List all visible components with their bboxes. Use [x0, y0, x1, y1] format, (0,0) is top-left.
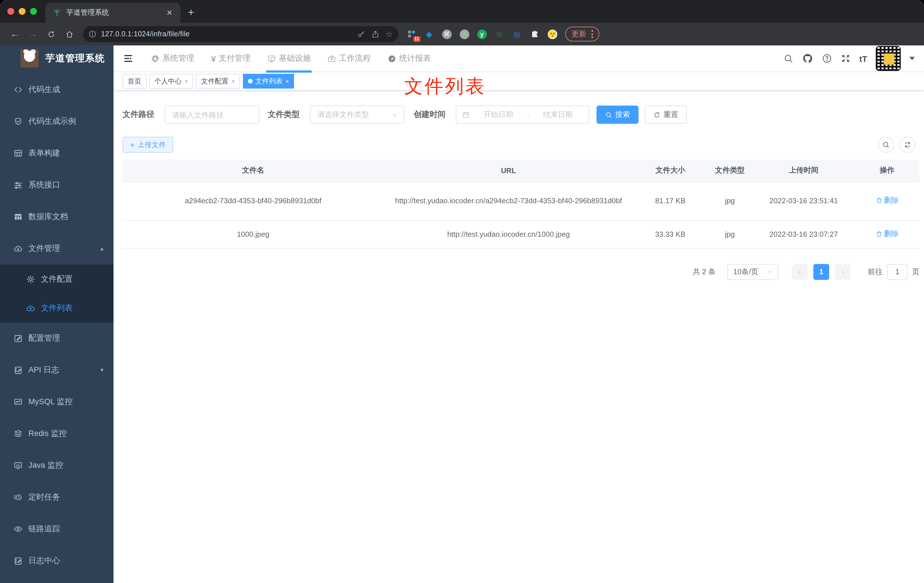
refresh-button[interactable] — [899, 137, 916, 153]
password-key-icon[interactable] — [357, 30, 366, 38]
extension-y-icon[interactable]: y — [477, 29, 487, 39]
end-date-placeholder[interactable]: 结束日期 — [533, 109, 583, 120]
goto-label: 前往 — [868, 266, 883, 277]
sidebar-menu: 代码生成 代码生成示例 表单构建 系统接口 数据库文档 — [0, 74, 114, 577]
top-menu-system[interactable]: 系统管理 — [151, 45, 194, 71]
window-minimize-button[interactable] — [19, 8, 26, 15]
form-grid-icon — [13, 149, 23, 158]
search-icon[interactable] — [783, 53, 794, 64]
sidebar-fold-icon[interactable] — [123, 53, 134, 64]
tag-file-config[interactable]: 文件配置 × — [196, 74, 240, 89]
site-info-icon[interactable] — [89, 30, 96, 38]
sidebar-item-config-manage[interactable]: 配置管理 — [0, 322, 114, 354]
extension-kite-icon[interactable]: ◆ — [424, 29, 434, 39]
sidebar-logo[interactable]: 芋道管理系统 — [0, 45, 114, 71]
next-page-button[interactable]: › — [835, 264, 851, 279]
extension-dot-icon[interactable] — [459, 29, 469, 39]
delete-button[interactable]: 删除 — [876, 194, 899, 206]
tag-home[interactable]: 首页 — [122, 74, 147, 89]
sidebar-item-file-manage[interactable]: 文件管理 ▲ — [0, 233, 114, 264]
font-size-icon[interactable]: tT — [859, 54, 867, 63]
sidebar-item-log-center[interactable]: 日志中心 — [0, 545, 114, 577]
bookmark-star-icon[interactable]: ☆ — [386, 30, 393, 39]
sidebar-item-api-log[interactable]: API 日志 ▼ — [0, 354, 114, 386]
top-menu-payment[interactable]: ¥ 支付管理 — [211, 45, 251, 71]
url-text[interactable]: 127.0.0.1:1024/infra/file/file — [101, 30, 351, 38]
file-path-input[interactable] — [165, 106, 259, 124]
sidebar-item-java-monitor[interactable]: Java 监控 — [0, 449, 114, 481]
date-range-picker[interactable]: 开始日期 - 结束日期 — [456, 106, 589, 124]
sidebar-item-code-generate[interactable]: 代码生成 — [0, 74, 114, 106]
table-header-row: 文件名 URL 文件大小 文件类型 上传时间 操作 — [122, 160, 919, 182]
goto-page-input[interactable] — [887, 264, 908, 279]
sidebar-item-form-builder[interactable]: 表单构建 — [0, 137, 114, 169]
address-bar[interactable]: 127.0.0.1:1024/infra/file/file ☆ — [83, 26, 398, 42]
close-icon[interactable]: × — [285, 78, 289, 84]
update-label: 更新 — [571, 29, 586, 39]
page-content: 文件路径 文件类型 请选择文件类型 创建时间 开始日期 - 结束日期 — [114, 91, 924, 583]
extension-eye-icon[interactable]: ◎ — [512, 29, 522, 39]
window-close-button[interactable] — [7, 8, 14, 15]
sidebar-item-db-doc[interactable]: 数据库文档 — [0, 201, 114, 233]
browser-tab[interactable]: 芋道管理系统 ✕ — [45, 3, 180, 23]
extension-star-icon[interactable]: ☆ — [494, 29, 505, 39]
extension-grid-icon[interactable]: 11 — [406, 29, 417, 39]
share-icon[interactable] — [371, 30, 380, 38]
file-table: 文件名 URL 文件大小 文件类型 上传时间 操作 a294ecb2-73dd-… — [122, 160, 919, 248]
tag-profile[interactable]: 个人中心 × — [149, 74, 193, 89]
sidebar-item-scheduled-task[interactable]: 定时任务 — [0, 481, 114, 513]
reload-icon[interactable] — [44, 30, 58, 38]
tag-file-list[interactable]: 文件列表 × — [243, 74, 294, 89]
page-size-select[interactable]: 10条/页 — [727, 264, 778, 279]
top-menu-report[interactable]: 统计报表 — [388, 45, 431, 71]
search-button[interactable]: 搜索 — [597, 106, 639, 124]
new-tab-button[interactable]: + — [188, 6, 194, 19]
close-icon[interactable]: × — [231, 78, 235, 84]
gear-icon — [151, 54, 160, 63]
file-type-select[interactable]: 请选择文件类型 — [310, 106, 404, 124]
browser-menu-icon[interactable] — [591, 30, 593, 38]
sliders-icon — [13, 180, 23, 190]
extensions-area: 11 ◆ ⌘ y ☆ ◎ — [406, 29, 557, 39]
window-zoom-button[interactable] — [30, 8, 37, 15]
chevron-down-icon: ▼ — [99, 367, 104, 373]
github-icon[interactable] — [802, 53, 813, 64]
extension-emoji-icon[interactable] — [547, 29, 557, 39]
sidebar-item-redis-monitor[interactable]: Redis 监控 — [0, 418, 114, 449]
table-toolbar: + 上传文件 — [122, 137, 919, 153]
col-upload-time: 上传时间 — [752, 160, 855, 182]
top-menu-workflow[interactable]: 工作流程 — [328, 45, 371, 71]
prev-page-button[interactable]: ‹ — [792, 264, 808, 279]
tab-close-icon[interactable]: ✕ — [164, 8, 175, 17]
sidebar-item-system-api[interactable]: 系统接口 — [0, 169, 114, 201]
top-menu-infra[interactable]: 基础设施 — [267, 45, 311, 71]
sidebar-item-mysql-monitor[interactable]: MySQL 监控 — [0, 386, 114, 418]
gauge-icon — [388, 54, 396, 63]
page-1-button[interactable]: 1 — [813, 264, 829, 279]
forward-icon[interactable]: → — [26, 29, 40, 39]
close-icon[interactable]: × — [185, 78, 188, 84]
reset-button[interactable]: 重置 — [645, 106, 687, 124]
home-icon[interactable] — [62, 30, 77, 38]
extension-command-icon[interactable]: ⌘ — [442, 29, 452, 39]
sidebar-item-file-config[interactable]: 文件配置 — [0, 264, 114, 294]
edit-square-icon — [13, 334, 23, 343]
upload-file-button[interactable]: + 上传文件 — [122, 137, 173, 153]
code-icon — [13, 85, 23, 94]
caret-down-icon[interactable] — [909, 57, 915, 60]
avatar[interactable] — [876, 46, 901, 71]
help-icon[interactable] — [822, 53, 832, 64]
delete-button[interactable]: 删除 — [876, 227, 899, 240]
sidebar-item-file-list[interactable]: 文件列表 — [0, 294, 114, 322]
start-date-placeholder[interactable]: 开始日期 — [474, 109, 523, 120]
browser-update-button[interactable]: 更新 — [565, 27, 599, 41]
fullscreen-icon[interactable] — [841, 53, 851, 64]
extension-puzzle-icon[interactable] — [530, 29, 540, 39]
sidebar-item-trace[interactable]: 链路追踪 — [0, 513, 114, 545]
search-toggle-button[interactable] — [878, 137, 894, 153]
red-annotation-text: 文件列表 — [404, 74, 486, 99]
trash-icon — [876, 230, 882, 237]
back-icon[interactable]: ← — [7, 29, 22, 39]
sidebar-item-code-demo[interactable]: 代码生成示例 — [0, 106, 114, 137]
tags-view: 首页 个人中心 × 文件配置 × 文件列表 × — [114, 72, 924, 91]
